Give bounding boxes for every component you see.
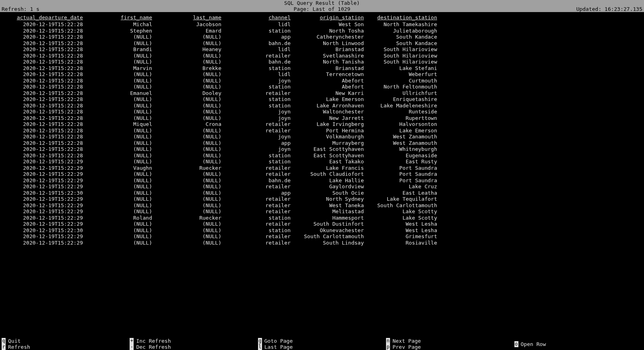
keycap-icon: r [2, 344, 6, 350]
table-row[interactable]: 2020-12-19T15:22:28(NULL)(NULL)retailerS… [4, 53, 440, 59]
table-row[interactable]: 2020-12-19T15:22:30(NULL)(NULL)appSouth … [4, 190, 440, 196]
table-row[interactable]: 2020-12-19T15:22:29(NULL)(NULL)retailerS… [4, 233, 440, 240]
footer-shortcut-inc-refresh[interactable]: +Inc Refresh [130, 338, 258, 344]
cell-channel: app [224, 190, 293, 196]
cell-destination_station: Curtmouth [366, 78, 440, 84]
table-row[interactable]: 2020-12-19T15:22:28(NULL)(NULL)bahn.deNo… [4, 40, 440, 47]
table-row[interactable]: 2020-12-19T15:22:29(NULL)(NULL)stationEa… [4, 159, 440, 165]
cell-origin_station: Okunevachester [293, 227, 366, 234]
footer-column: qQuitrRefresh [2, 338, 130, 350]
cell-origin_station: Brianstad [293, 65, 366, 72]
table-row[interactable]: 2020-12-19T15:22:28(NULL)(NULL)joynNew J… [4, 115, 440, 121]
cell-actual_departure_date: 2020-12-19T15:22:28 [4, 28, 85, 34]
cell-channel: lidl [224, 71, 293, 78]
table-row[interactable]: 2020-12-19T15:22:28(NULL)(NULL)stationAb… [4, 84, 440, 90]
cell-origin_station: Terrencetown [293, 71, 366, 78]
cell-channel: joyn [224, 146, 293, 152]
cell-last_name: (NULL) [155, 240, 224, 246]
footer-shortcut-next-page[interactable]: nNext Page [386, 338, 514, 344]
cell-destination_station: West Lesha [366, 227, 440, 234]
cell-destination_station: Lake Tequilafort [366, 196, 440, 202]
cell-first_name: Stephen [85, 28, 155, 34]
table-row[interactable]: 2020-12-19T15:22:28(NULL)(NULL)stationLa… [4, 96, 440, 103]
footer-shortcut-prev-page[interactable]: pPrev Page [386, 344, 514, 350]
cell-first_name: (NULL) [85, 53, 155, 59]
table-row[interactable]: 2020-12-19T15:22:28StephenEmardstationNo… [4, 28, 440, 34]
keycap-icon: n [386, 338, 390, 344]
cell-first_name: (NULL) [85, 196, 155, 202]
footer-help-bar: qQuitrRefresh+Inc Refresh-Dec RefreshgGo… [0, 338, 644, 350]
table-row[interactable]: 2020-12-19T15:22:29(NULL)(NULL)retailerS… [4, 171, 440, 177]
table-row[interactable]: 2020-12-19T15:22:29RolandRueckerstationH… [4, 215, 440, 221]
footer-shortcut-goto-page[interactable]: gGoto Page [258, 338, 386, 344]
table-row[interactable]: 2020-12-19T15:22:29(NULL)(NULL)retailerS… [4, 240, 440, 246]
cell-origin_station: East Scottyhaven [293, 146, 366, 152]
cell-channel: retailer [224, 90, 293, 97]
table-row[interactable]: 2020-12-19T15:22:28(NULL)(NULL)stationEa… [4, 152, 440, 159]
footer-shortcut-quit[interactable]: qQuit [2, 338, 130, 344]
cell-channel: bahn.de [224, 177, 293, 184]
column-header-first_name: first_name [85, 14, 155, 21]
footer-label: Prev Page [392, 344, 421, 350]
table-row[interactable]: 2020-12-19T15:22:29(NULL)(NULL)retailerG… [4, 183, 440, 190]
table-row[interactable]: 2020-12-19T15:22:28(NULL)(NULL)retailerP… [4, 128, 440, 134]
cell-channel: station [224, 65, 293, 72]
table-row[interactable]: 2020-12-19T15:22:29(NULL)(NULL)retailerN… [4, 196, 440, 202]
cell-actual_departure_date: 2020-12-19T15:22:28 [4, 121, 85, 128]
table-row[interactable]: 2020-12-19T15:22:29(NULL)(NULL)bahn.deLa… [4, 177, 440, 184]
cell-channel: retailer [224, 53, 293, 59]
table-row[interactable]: 2020-12-19T15:22:28(NULL)(NULL)bahn.deNo… [4, 59, 440, 65]
table-row[interactable]: 2020-12-19T15:22:29VaughnRueckerretailer… [4, 165, 440, 171]
cell-actual_departure_date: 2020-12-19T15:22:29 [4, 165, 85, 171]
cell-channel: station [224, 227, 293, 234]
table-row[interactable]: 2020-12-19T15:22:28EmanuelDooleyretailer… [4, 90, 440, 97]
table-row[interactable]: 2020-12-19T15:22:28(NULL)(NULL)joynWalto… [4, 109, 440, 115]
table-row[interactable]: 2020-12-19T15:22:28(NULL)(NULL)joynVolkm… [4, 134, 440, 140]
cell-channel: station [224, 215, 293, 221]
cell-origin_station: South Ocie [293, 190, 366, 196]
table-row[interactable]: 2020-12-19T15:22:29(NULL)(NULL)retailerW… [4, 202, 440, 209]
table-row[interactable]: 2020-12-19T15:22:28(NULL)(NULL)appMurray… [4, 140, 440, 146]
table-row[interactable]: 2020-12-19T15:22:28MarvinBrekkestationBr… [4, 65, 440, 72]
cell-channel: lidl [224, 21, 293, 28]
cell-destination_station: Julietaborough [366, 28, 440, 34]
table-row[interactable]: 2020-12-19T15:22:28(NULL)(NULL)joynAbefo… [4, 78, 440, 84]
cell-actual_departure_date: 2020-12-19T15:22:28 [4, 71, 85, 78]
cell-origin_station: Lake Emerson [293, 96, 366, 103]
keycap-icon: + [130, 338, 134, 344]
cell-actual_departure_date: 2020-12-19T15:22:28 [4, 34, 85, 40]
cell-first_name: Brandi [85, 46, 155, 53]
footer-shortcut-open-row[interactable]: oOpen Row [514, 341, 642, 347]
footer-shortcut-refresh[interactable]: rRefresh [2, 344, 130, 350]
cell-origin_station: East Takako [293, 159, 366, 165]
cell-destination_station: Lake Cruz [366, 183, 440, 190]
cell-first_name: (NULL) [85, 233, 155, 240]
table-row[interactable]: 2020-12-19T15:22:28MiquelCronaretailerLa… [4, 121, 440, 128]
cell-last_name: Ruecker [155, 165, 224, 171]
cell-origin_station: Svetlanashire [293, 53, 366, 59]
cell-channel: retailer [224, 128, 293, 134]
cell-actual_departure_date: 2020-12-19T15:22:28 [4, 65, 85, 72]
footer-label: Quit [8, 338, 21, 344]
cell-actual_departure_date: 2020-12-19T15:22:28 [4, 46, 85, 53]
table-row[interactable]: 2020-12-19T15:22:29(NULL)(NULL)retailerM… [4, 208, 440, 215]
table-row[interactable]: 2020-12-19T15:22:28BrandiHeaneylidlBrian… [4, 46, 440, 53]
cell-actual_departure_date: 2020-12-19T15:22:28 [4, 140, 85, 146]
table-row[interactable]: 2020-12-19T15:22:28MichalJacobsonlidlWes… [4, 21, 440, 28]
cell-last_name: (NULL) [155, 146, 224, 152]
cell-origin_station: South Lindsay [293, 240, 366, 246]
cell-last_name: (NULL) [155, 115, 224, 121]
table-row[interactable]: 2020-12-19T15:22:28(NULL)(NULL)appCather… [4, 34, 440, 40]
cell-first_name: (NULL) [85, 59, 155, 65]
table-row[interactable]: 2020-12-19T15:22:30(NULL)(NULL)stationOk… [4, 227, 440, 234]
cell-first_name: (NULL) [85, 103, 155, 109]
table-row[interactable]: 2020-12-19T15:22:28(NULL)(NULL)lidlTerre… [4, 71, 440, 78]
cell-first_name: (NULL) [85, 221, 155, 227]
table-row[interactable]: 2020-12-19T15:22:28(NULL)(NULL)joynEast … [4, 146, 440, 152]
footer-shortcut-last-page[interactable]: lLast Page [258, 344, 386, 350]
cell-first_name: (NULL) [85, 96, 155, 103]
cell-first_name: Roland [85, 215, 155, 221]
table-row[interactable]: 2020-12-19T15:22:29(NULL)(NULL)retailerS… [4, 221, 440, 227]
footer-shortcut-dec-refresh[interactable]: -Dec Refresh [130, 344, 258, 350]
table-row[interactable]: 2020-12-19T15:22:28(NULL)(NULL)stationLa… [4, 103, 440, 109]
